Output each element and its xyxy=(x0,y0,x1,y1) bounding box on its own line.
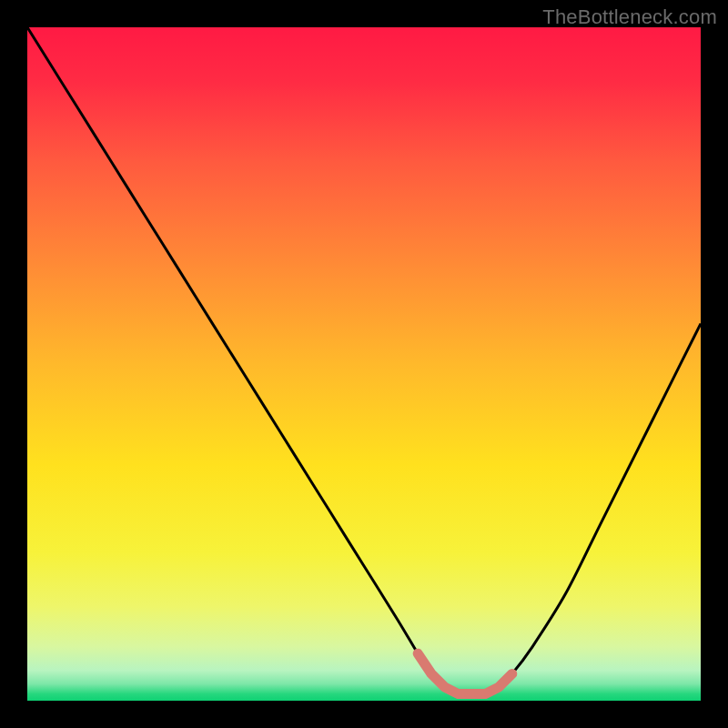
chart-svg xyxy=(27,27,701,701)
watermark-text: TheBottleneck.com xyxy=(542,5,717,29)
chart-frame: TheBottleneck.com xyxy=(0,0,728,728)
plot-area xyxy=(27,27,701,701)
background-gradient xyxy=(27,27,701,701)
